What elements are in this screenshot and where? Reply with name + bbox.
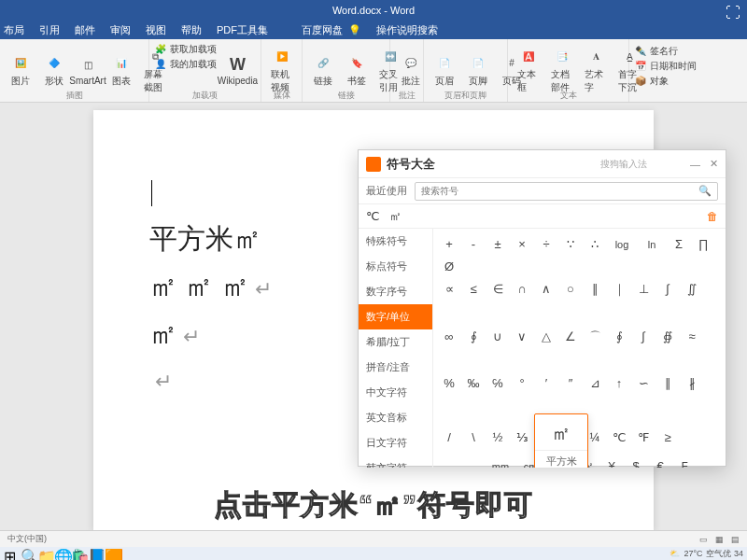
symbol-cell[interactable]: - [461, 232, 486, 255]
symbol-cell[interactable]: ℉ [631, 426, 655, 448]
symbol-cell[interactable]: ○ [558, 278, 583, 301]
signature-button[interactable]: ✒️签名行 [635, 45, 698, 58]
search-icon[interactable]: 🔍 [698, 185, 712, 197]
view-print-icon[interactable]: ▦ [715, 535, 724, 544]
symbol-cell[interactable] [437, 301, 461, 323]
symbol-cell[interactable]: ∵ [558, 232, 583, 255]
tell-me[interactable]: 操作说明搜索 [376, 23, 438, 37]
recent-item[interactable]: ㎡ [389, 208, 402, 225]
symbol-cell[interactable]: ∴ [583, 232, 607, 255]
symbol-cell[interactable]: ∮ [607, 325, 631, 347]
recent-item[interactable]: ℃ [366, 209, 380, 223]
tab-view[interactable]: 视图 [146, 23, 166, 37]
symbol-cell[interactable]: ⌒ [583, 326, 607, 348]
start-button[interactable]: ⊞ [4, 548, 15, 559]
category-item[interactable]: 拼音/注音 [359, 355, 432, 380]
symbol-search[interactable]: 🔍 [415, 182, 718, 201]
delete-recent-icon[interactable]: 🗑 [707, 210, 718, 223]
symbol-cell[interactable] [680, 419, 704, 441]
symbol-cell[interactable]: ÷ [534, 232, 558, 255]
symbol-cell[interactable]: ∮ [461, 325, 486, 347]
task-search-icon[interactable]: 🔍 [21, 548, 32, 559]
symbol-cell[interactable]: ° [510, 372, 534, 395]
symbol-cell[interactable]: ∥ [655, 372, 680, 395]
symbol-cell[interactable]: ∬ [680, 278, 704, 301]
category-item[interactable]: 中文字符 [359, 380, 432, 405]
category-item[interactable]: 数字序号 [359, 279, 432, 304]
panel-minimize-icon[interactable]: — [690, 159, 700, 170]
task-sogou-icon[interactable]: 🟧 [105, 548, 116, 559]
symbol-cell[interactable]: ｜ [607, 278, 631, 301]
symbol-cell[interactable]: Ø [437, 256, 461, 278]
panel-close-icon[interactable]: ✕ [710, 158, 718, 170]
category-item[interactable]: 英文音标 [359, 405, 432, 430]
symbol-cell[interactable]: mm [486, 455, 515, 468]
symbol-cell[interactable] [697, 448, 721, 468]
symbol-cell[interactable]: ∏ [691, 232, 715, 255]
symbol-cell[interactable]: △ [534, 325, 558, 347]
symbol-cell[interactable] [437, 348, 461, 371]
view-read-icon[interactable]: ▭ [699, 535, 708, 544]
symbol-cell[interactable]: ½ [486, 426, 510, 448]
datetime-button[interactable]: 📅日期和时间 [635, 60, 698, 73]
symbol-cell[interactable]: ℃ [607, 426, 631, 448]
task-store-icon[interactable]: 🛍️ [71, 548, 82, 559]
symbol-cell[interactable]: ‰ [461, 372, 486, 395]
symbol-cell[interactable]: ⊥ [631, 278, 655, 301]
symbol-cell[interactable]: ¥ [599, 455, 624, 469]
search-input[interactable] [421, 186, 698, 196]
symbol-cell[interactable]: ℅ [486, 372, 510, 395]
tab-help[interactable]: 帮助 [181, 23, 202, 37]
symbol-cell[interactable]: log [607, 233, 637, 256]
symbol-cell[interactable]: ⊿ [583, 372, 607, 395]
view-web-icon[interactable]: ▤ [731, 535, 740, 544]
category-item[interactable]: 特殊符号 [359, 229, 432, 254]
symbol-cell[interactable]: ∨ [510, 325, 534, 347]
tab-layout[interactable]: 布局 [4, 23, 24, 37]
symbol-cell[interactable]: ∪ [486, 325, 510, 347]
task-word-icon[interactable]: 📘 [88, 548, 99, 559]
symbol-cell[interactable]: ∯ [655, 325, 680, 347]
symbol-cell[interactable]: ∫ [655, 278, 680, 301]
category-item[interactable]: 日文字符 [359, 430, 432, 455]
symbol-cell[interactable]: ₣ [672, 455, 697, 469]
tab-review[interactable]: 审阅 [110, 23, 131, 37]
category-item[interactable]: 标点符号 [359, 254, 432, 279]
symbol-cell[interactable]: ± [486, 232, 510, 255]
task-explorer-icon[interactable]: 📁 [37, 548, 49, 559]
symbol-cell[interactable]: × [510, 232, 534, 255]
symbol-cell[interactable]: \ [461, 426, 486, 448]
symbol-cell[interactable]: ″ [558, 372, 583, 395]
my-addins-button[interactable]: 👤我的加载项 [155, 58, 217, 71]
category-item[interactable]: 希腊/拉丁 [359, 329, 432, 355]
panel-titlebar[interactable]: 符号大全 搜狗输入法 — ✕ [359, 150, 726, 178]
task-edge-icon[interactable]: 🌐 [54, 548, 65, 559]
symbol-cell[interactable]: ⅓ [510, 426, 534, 448]
symbol-cell[interactable]: ∝ [437, 278, 461, 301]
category-item[interactable]: 数字/单位 [359, 304, 432, 329]
symbol-cell[interactable]: ∠ [558, 325, 583, 347]
symbol-cell[interactable] [461, 448, 486, 468]
symbol-cell[interactable]: ∦ [680, 372, 704, 395]
symbol-cell[interactable] [437, 448, 461, 468]
tab-mailings[interactable]: 邮件 [75, 23, 95, 37]
tab-references[interactable]: 引用 [39, 23, 60, 37]
symbol-cell[interactable]: ∫ [631, 325, 655, 347]
symbol-cell[interactable]: / [437, 426, 461, 448]
symbol-cell[interactable]: ′ [534, 372, 558, 395]
symbol-cell[interactable]: ↑ [607, 372, 631, 395]
symbol-cell[interactable]: ≈ [680, 325, 704, 347]
symbol-cell[interactable]: ln [637, 233, 667, 256]
object-button[interactable]: 📦对象 [635, 75, 698, 88]
symbol-cell[interactable]: ∩ [510, 278, 534, 301]
symbol-cell[interactable]: + [437, 232, 461, 255]
symbol-cell[interactable]: ∥ [583, 278, 607, 301]
symbol-cell[interactable]: ∞ [437, 325, 461, 347]
tab-pdf[interactable]: PDF工具集 [217, 23, 268, 37]
symbol-cell[interactable]: Σ [667, 232, 691, 255]
symbol-cell[interactable]: ≤ [461, 278, 486, 301]
category-item[interactable]: 韩文字符 [359, 455, 432, 468]
symbol-cell[interactable] [437, 395, 461, 417]
language-status[interactable]: 中文(中国) [7, 533, 47, 545]
symbol-cell[interactable]: ∽ [631, 372, 655, 395]
